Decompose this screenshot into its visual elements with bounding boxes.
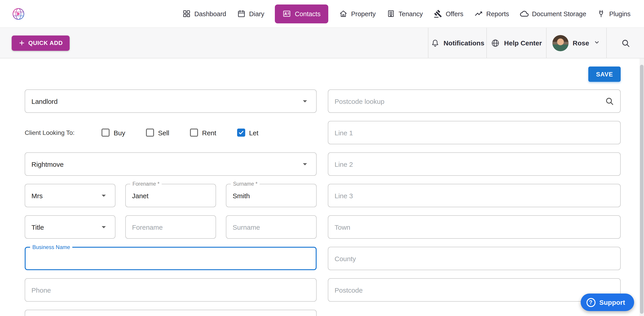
contact-card-icon [283, 10, 291, 18]
contact-type-select[interactable]: Landlord [25, 90, 316, 113]
support-button[interactable]: ? Support [580, 293, 634, 311]
primary-title-select[interactable]: Mrs [25, 184, 116, 207]
secondary-title-value: Title [32, 223, 44, 231]
checkbox-label: Rent [202, 129, 216, 136]
business-name-input[interactable] [32, 255, 310, 262]
field-label: Business Name [30, 244, 72, 251]
primary-surname-field: Surname * [226, 184, 316, 207]
help-center-label: Help Center [504, 39, 542, 47]
select-arrow-icon [99, 191, 109, 200]
source-value: Rightmove [32, 160, 64, 168]
help-center-button[interactable]: Help Center [486, 28, 546, 58]
nav-document-storage[interactable]: Document Storage [520, 10, 586, 18]
search-icon [621, 39, 630, 48]
postcode-lookup-input[interactable] [334, 97, 605, 105]
primary-surname-input[interactable] [233, 192, 310, 199]
looking-to-options: Buy Sell Rent [102, 129, 258, 137]
postcode-input[interactable] [334, 286, 614, 294]
bell-icon [430, 39, 440, 48]
phone-input[interactable] [32, 286, 310, 294]
vertical-scrollbar[interactable] [640, 59, 644, 316]
checkbox-box[interactable] [146, 129, 154, 137]
checkbox-label: Buy [114, 129, 125, 136]
secondary-person-row: Title [25, 215, 316, 239]
address-line1-field [328, 121, 621, 144]
building-icon [386, 10, 395, 18]
notifications-label: Notifications [444, 39, 484, 47]
nav-diary[interactable]: Diary [237, 10, 264, 18]
checkbox-box[interactable] [237, 129, 245, 137]
county-field [328, 247, 621, 270]
secondary-forename-field [125, 215, 216, 239]
action-bar-right: Notifications Help Center Rose [428, 28, 644, 58]
avatar [552, 35, 568, 51]
contact-form: SAVE Landlord Client Looking To: [0, 59, 644, 316]
top-navigation: Dashboard Diary Contacts Property [0, 0, 644, 28]
checkbox-rent[interactable]: Rent [190, 129, 216, 137]
source-select[interactable]: Rightmove [25, 152, 316, 176]
address-line2-input[interactable] [334, 160, 614, 168]
nav-offers[interactable]: Offers [434, 10, 463, 18]
nav-contacts[interactable]: Contacts [275, 4, 328, 23]
nav-tenancy[interactable]: Tenancy [386, 10, 423, 18]
contact-type-value: Landlord [32, 97, 58, 105]
home-icon [339, 10, 347, 18]
nav-dashboard[interactable]: Dashboard [182, 10, 226, 18]
phone-field [25, 278, 316, 302]
notifications-button[interactable]: Notifications [428, 28, 486, 58]
secondary-title-select[interactable]: Title [25, 215, 116, 239]
checkbox-buy[interactable]: Buy [102, 129, 125, 137]
looking-to-row: Client Looking To: Buy Sell [25, 121, 316, 144]
address-line3-field [328, 184, 621, 207]
checkbox-let[interactable]: Let [237, 129, 258, 137]
chevron-down-icon [593, 39, 600, 47]
secondary-forename-input[interactable] [132, 223, 209, 231]
app-logo[interactable] [12, 7, 25, 21]
select-arrow-icon [300, 96, 310, 106]
business-name-field: Business Name [25, 247, 316, 270]
county-input[interactable] [334, 255, 614, 262]
town-input[interactable] [334, 223, 614, 231]
nav-plugins[interactable]: Plugins [597, 10, 630, 18]
looking-to-label: Client Looking To: [25, 129, 102, 136]
trending-up-icon [474, 10, 483, 18]
dashboard-grid-icon [182, 10, 191, 18]
quick-add-button[interactable]: QUICK ADD [12, 35, 70, 51]
address-line1-input[interactable] [334, 129, 614, 136]
search-icon[interactable] [605, 97, 614, 106]
support-label: Support [599, 298, 625, 306]
checkbox-label: Sell [158, 129, 169, 136]
globe-sphere-logo-icon [12, 7, 25, 21]
global-search-button[interactable] [606, 28, 644, 58]
nav-reports[interactable]: Reports [474, 10, 509, 18]
nav-label: Dashboard [194, 10, 226, 17]
town-field [328, 215, 621, 239]
gavel-icon [434, 10, 442, 18]
address-line3-input[interactable] [334, 192, 614, 199]
secondary-surname-field [226, 215, 316, 239]
primary-title-value: Mrs [32, 192, 43, 199]
nav-label: Property [351, 10, 376, 17]
select-arrow-icon [99, 222, 109, 232]
address-line2-field [328, 152, 621, 176]
primary-forename-field: Forename * [125, 184, 216, 207]
calendar-icon [237, 10, 246, 18]
plus-icon [18, 40, 25, 46]
user-menu[interactable]: Rose [546, 28, 606, 58]
select-arrow-icon [300, 159, 310, 169]
checkbox-box[interactable] [190, 129, 198, 137]
postcode-field [328, 278, 621, 302]
plug-icon [597, 10, 606, 18]
nav-property[interactable]: Property [339, 10, 376, 18]
checkbox-box[interactable] [102, 129, 110, 137]
secondary-surname-input[interactable] [233, 223, 310, 231]
postcode-lookup-field [328, 90, 621, 113]
save-button[interactable]: SAVE [588, 67, 621, 82]
field-label: Forename * [130, 181, 162, 187]
nav-label: Plugins [609, 10, 630, 17]
primary-forename-input[interactable] [132, 192, 209, 199]
scrollbar-thumb[interactable] [640, 65, 644, 314]
checkbox-label: Let [249, 129, 258, 136]
checkbox-sell[interactable]: Sell [146, 129, 169, 137]
user-name: Rose [572, 39, 589, 47]
